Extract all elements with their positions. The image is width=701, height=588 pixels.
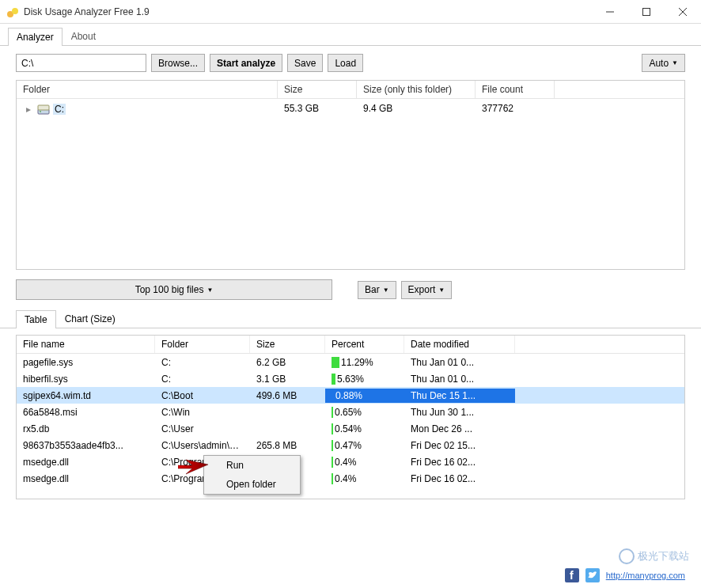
chevron-down-icon: ▼ [207, 286, 213, 294]
footer: f http://manyprog.com [0, 563, 701, 588]
footer-link[interactable]: http://manyprog.com [606, 571, 685, 580]
th-folder[interactable]: Folder [155, 336, 250, 353]
browse-button[interactable]: Browse... [151, 54, 205, 72]
watermark-text: 极光下载站 [638, 549, 689, 563]
cell-percent: 0.88% [325, 389, 404, 403]
th-name[interactable]: File name [17, 336, 155, 353]
load-button[interactable]: Load [328, 54, 363, 72]
cell-name: msedge.dll [17, 472, 155, 486]
cell-name: sgipex64.wim.td [17, 389, 155, 403]
table-row[interactable]: hiberfil.sysC:3.1 GB5.63%Thu Jan 01 0... [17, 370, 684, 387]
tree-folder-name: C: [53, 104, 66, 115]
twitter-icon[interactable] [585, 568, 600, 582]
th-percent[interactable]: Percent [325, 336, 404, 353]
cell-name: 66a5848.msi [17, 405, 155, 419]
mid-bar: Top 100 big files▼ Bar▼ Export▼ [0, 270, 701, 309]
svg-point-1 [12, 8, 18, 14]
cell-size [250, 411, 325, 414]
top100-label: Top 100 big files [135, 284, 204, 295]
cell-percent: 0.47% [325, 438, 404, 453]
cell-folder: C:\Win [155, 405, 250, 419]
sub-tabs: Table Chart (Size) [0, 309, 701, 328]
svg-point-8 [40, 111, 41, 112]
cell-folder: C: [155, 355, 250, 370]
cell-folder: C:\Boot [155, 389, 250, 403]
window-controls [592, 0, 701, 24]
cell-date: Thu Jan 01 0... [404, 372, 515, 386]
facebook-icon[interactable]: f [565, 568, 579, 582]
window-title: Disk Usage Analyzer Free 1.9 [24, 6, 592, 17]
tree-count: 377762 [476, 101, 555, 117]
cell-date: Thu Dec 15 1... [404, 389, 515, 403]
chevron-down-icon: ▼ [438, 286, 445, 294]
cell-date: Fri Dec 16 02... [404, 455, 515, 469]
main-tabs: Analyzer About [0, 24, 701, 46]
table-row[interactable]: sgipex64.wim.tdC:\Boot499.6 MB0.88%Thu D… [17, 387, 684, 404]
ctx-run[interactable]: Run [204, 456, 300, 475]
chevron-down-icon: ▼ [383, 286, 389, 294]
th-date[interactable]: Date modified [404, 336, 515, 353]
cell-date: Fri Dec 16 02... [404, 472, 515, 486]
cell-size: 265.8 MB [250, 438, 325, 453]
cell-date: Mon Dec 26 ... [404, 422, 515, 436]
cell-folder: C: [155, 372, 250, 386]
tree-col-sizethis[interactable]: Size (only this folder) [357, 81, 476, 98]
path-input[interactable] [16, 54, 146, 72]
titlebar: Disk Usage Analyzer Free 1.9 [0, 0, 701, 24]
cell-size: 6.2 GB [250, 355, 325, 370]
cell-size: 3.1 GB [250, 372, 325, 386]
svg-rect-3 [643, 8, 650, 15]
auto-label: Auto [649, 58, 669, 69]
cell-size: 499.6 MB [250, 389, 325, 403]
maximize-button[interactable] [628, 0, 665, 24]
tree-col-count[interactable]: File count [476, 81, 555, 98]
cell-size [250, 427, 325, 431]
tab-chart[interactable]: Chart (Size) [56, 309, 124, 328]
cell-percent: 0.4% [325, 472, 404, 486]
tree-row[interactable]: ▸ C: 55.3 GB 9.4 GB 377762 [17, 99, 684, 119]
tree-sizethis: 9.4 GB [357, 101, 476, 117]
drive-icon [37, 103, 50, 116]
table-body[interactable]: pagefile.sysC:6.2 GB11.29%Thu Jan 01 0..… [17, 354, 684, 496]
bar-label: Bar [365, 284, 380, 295]
cell-name: msedge.dll [17, 455, 155, 469]
table-row[interactable]: pagefile.sysC:6.2 GB11.29%Thu Jan 01 0..… [17, 354, 684, 370]
file-table-panel: File name Folder Size Percent Date modif… [16, 335, 685, 499]
ctx-open-folder[interactable]: Open folder [204, 475, 300, 494]
cell-folder: C:\Users\admin\Dow... [155, 438, 250, 453]
cell-percent: 11.29% [325, 355, 404, 370]
tree-col-size[interactable]: Size [278, 81, 357, 98]
cell-date: Fri Dec 02 15... [404, 438, 515, 453]
tab-about[interactable]: About [63, 27, 104, 45]
export-label: Export [408, 284, 436, 295]
save-button[interactable]: Save [287, 54, 323, 72]
bar-dropdown[interactable]: Bar▼ [358, 281, 396, 299]
table-row[interactable]: 98637b3553aade4fb3...C:\Users\admin\Dow.… [17, 437, 684, 453]
cell-percent: 0.54% [325, 422, 404, 436]
folder-tree-panel: Folder Size Size (only this folder) File… [16, 80, 685, 270]
cell-name: pagefile.sys [17, 355, 155, 370]
cell-date: Thu Jan 01 0... [404, 355, 515, 370]
tree-header: Folder Size Size (only this folder) File… [17, 81, 684, 99]
toolbar: Browse... Start analyze Save Load Auto▼ [0, 46, 701, 80]
tab-analyzer[interactable]: Analyzer [8, 28, 63, 46]
context-menu: Run Open folder [203, 455, 301, 495]
minimize-button[interactable] [592, 0, 628, 24]
tab-table[interactable]: Table [16, 310, 56, 328]
tree-col-folder[interactable]: Folder [17, 81, 278, 98]
start-analyze-button[interactable]: Start analyze [210, 54, 282, 72]
auto-dropdown[interactable]: Auto▼ [642, 54, 685, 72]
chevron-down-icon: ▼ [672, 59, 678, 66]
table-row[interactable]: msedge.dllC:\Program Files (x86...225.9 … [17, 470, 684, 487]
cell-percent: 0.65% [325, 405, 404, 419]
cell-name: rx5.db [17, 422, 155, 436]
watermark: 极光下载站 [619, 548, 689, 564]
expand-arrow-icon[interactable]: ▸ [26, 104, 34, 115]
close-button[interactable] [665, 0, 701, 24]
table-row[interactable]: 66a5848.msiC:\Win0.65%Thu Jun 30 1... [17, 404, 684, 420]
export-dropdown[interactable]: Export▼ [401, 281, 453, 299]
th-size[interactable]: Size [250, 336, 325, 353]
top100-dropdown[interactable]: Top 100 big files▼ [16, 279, 332, 300]
table-row[interactable]: msedge.dllC:\Program Files (x86...225.9 … [17, 453, 684, 470]
table-row[interactable]: rx5.dbC:\User0.54%Mon Dec 26 ... [17, 420, 684, 437]
